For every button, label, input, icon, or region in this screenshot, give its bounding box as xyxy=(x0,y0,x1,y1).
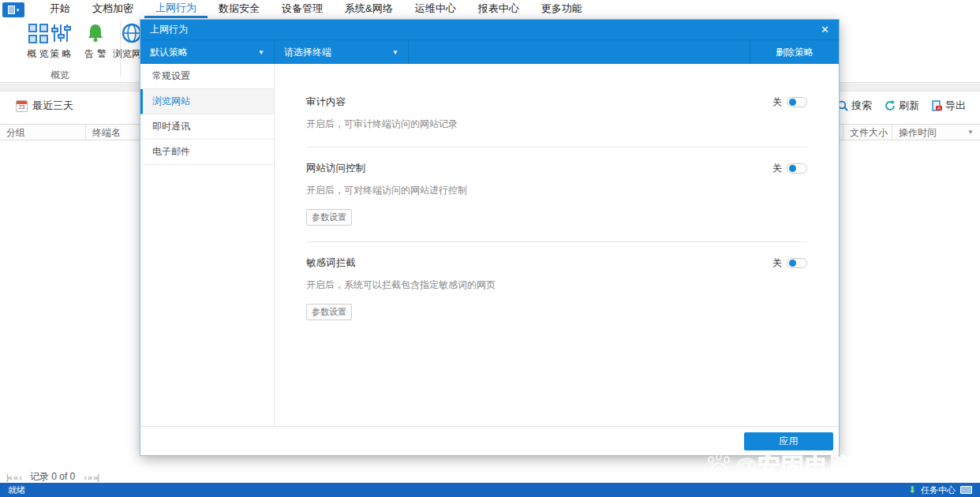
terminal-dropdown[interactable]: 请选择终端 ▼ xyxy=(275,40,409,64)
menu-tab-上网行为[interactable]: 上网行为 xyxy=(144,0,208,18)
refresh-icon xyxy=(885,100,896,111)
dialog-footer: 应用 xyxy=(140,426,839,455)
dialog-body: 常规设置浏览网站即时通讯电子邮件 审计内容 关 开启后，可审计终端访问的网站记录… xyxy=(140,64,839,426)
date-range-label: 最近三天 xyxy=(32,99,73,113)
dialog-content: 审计内容 关 开启后，可审计终端访问的网站记录 网站访问控制 关 开启后，可对终… xyxy=(275,64,839,426)
search-icon xyxy=(837,100,848,111)
download-icon: ⬇ xyxy=(908,484,916,495)
chevron-down-icon: ▼ xyxy=(392,49,398,56)
toggle-state-label: 关 xyxy=(772,162,782,175)
action-label: 导出 xyxy=(945,99,966,113)
internet-behavior-dialog: 上网行为 ✕ 默认策略 ▼ 请选择终端 ▼ 删除策略 常规设置浏览网站即时通讯电… xyxy=(140,20,839,455)
pager-back-buttons: |« « ‹ xyxy=(6,473,21,482)
window-icon xyxy=(8,6,15,14)
dialog-sidebar-item-浏览网站[interactable]: 浏览网站 xyxy=(140,89,274,114)
menu-tab-开始[interactable]: 开始 xyxy=(39,0,81,18)
ribbon-item-label: 策 略 xyxy=(41,47,80,61)
刷新-button[interactable]: 刷新 xyxy=(885,99,919,113)
ribbon-group-divider xyxy=(120,21,121,77)
chevron-down-icon: ▾ xyxy=(17,7,20,13)
setting-title: 网站访问控制 xyxy=(306,162,365,175)
header-spacer xyxy=(409,40,750,64)
browse-globe-icon xyxy=(122,23,142,43)
toggle-knob xyxy=(789,99,796,106)
setting-title: 敏感词拦截 xyxy=(306,256,356,270)
dialog-title-bar: 上网行为 ✕ xyxy=(140,20,839,39)
alert-bell-icon xyxy=(86,23,105,43)
close-icon[interactable]: ✕ xyxy=(821,24,829,36)
toggle-state-label: 关 xyxy=(772,256,782,270)
toggle-switch[interactable] xyxy=(787,163,807,174)
application-window: ▾ 开始文档加密上网行为数据安全设备管理系统&网络运维中心报表中心更多功能 概 … xyxy=(0,0,980,497)
menu-tab-数据安全[interactable]: 数据安全 xyxy=(208,0,271,18)
setting-title: 审计内容 xyxy=(306,95,346,109)
ribbon-group-label: 概览 xyxy=(0,69,120,82)
table-column-header[interactable]: 分组 xyxy=(0,125,85,140)
policy-dropdown[interactable]: 默认策略 ▼ xyxy=(140,40,275,64)
chevron-down-icon: ▼ xyxy=(258,49,264,56)
column-filter-caret-icon[interactable]: ▼ xyxy=(967,125,974,140)
menu-tab-系统&网络[interactable]: 系统&网络 xyxy=(334,0,404,18)
policy-sliders-icon xyxy=(50,23,71,43)
ribbon-item-label: 告 警 xyxy=(76,47,115,61)
setting-description: 开启后，可对终端访问的网站进行控制 xyxy=(306,184,807,197)
menu-tabs: 开始文档加密上网行为数据安全设备管理系统&网络运维中心报表中心更多功能 xyxy=(39,0,593,18)
toggle-state-label: 关 xyxy=(772,95,782,109)
toggle-switch[interactable] xyxy=(787,258,807,268)
monitor-icon[interactable] xyxy=(960,486,972,494)
toggle-knob xyxy=(789,165,796,172)
action-label: 搜索 xyxy=(851,99,872,113)
date-range-filter[interactable]: 最近三天 xyxy=(16,99,73,113)
menu-tab-设备管理[interactable]: 设备管理 xyxy=(271,0,334,18)
menu-tab-运维中心[interactable]: 运维中心 xyxy=(404,0,467,18)
menu-tab-文档加密[interactable]: 文档加密 xyxy=(81,0,144,18)
toggle-knob xyxy=(789,260,796,267)
pager-forward-buttons: › » »| xyxy=(84,473,99,482)
setting-section: 审计内容 关 开启后，可审计终端访问的网站记录 xyxy=(306,64,807,148)
dialog-sidebar-item-常规设置[interactable]: 常规设置 xyxy=(140,64,274,89)
parameter-settings-button[interactable]: 参数设置 xyxy=(306,304,352,320)
dialog-sidebar-item-即时通讯[interactable]: 即时通讯 xyxy=(140,114,274,140)
dialog-sidebar: 常规设置浏览网站即时通讯电子邮件 xyxy=(140,64,275,426)
app-menu-button[interactable]: ▾ xyxy=(2,2,24,17)
menu-tab-更多功能[interactable]: 更多功能 xyxy=(530,0,593,18)
terminal-dropdown-value: 请选择终端 xyxy=(284,46,331,59)
toggle-switch[interactable] xyxy=(787,97,807,107)
task-center-button[interactable]: 任务中心 xyxy=(921,484,956,496)
dialog-title: 上网行为 xyxy=(150,23,188,36)
dialog-sidebar-item-电子邮件[interactable]: 电子邮件 xyxy=(140,140,274,165)
delete-policy-button[interactable]: 删除策略 xyxy=(750,40,839,64)
apply-button[interactable]: 应用 xyxy=(744,432,833,450)
pagination-bar: |« « ‹ 记录 0 of 0 › » »| xyxy=(0,471,980,483)
setting-description: 开启后，系统可以拦截包含指定敏感词的网页 xyxy=(306,278,807,292)
menu-bar: ▾ 开始文档加密上网行为数据安全设备管理系统&网络运维中心报表中心更多功能 xyxy=(0,0,980,18)
export-icon: A xyxy=(932,100,942,111)
setting-section: 敏感词拦截 关 开启后，系统可以拦截包含指定敏感词的网页 参数设置 xyxy=(306,242,807,336)
parameter-settings-button[interactable]: 参数设置 xyxy=(306,209,352,226)
table-column-header[interactable]: 文件大小 xyxy=(843,125,892,140)
ribbon-item[interactable]: 策 略 xyxy=(41,22,80,61)
policy-dropdown-value: 默认策略 xyxy=(150,46,188,59)
搜索-button[interactable]: 搜索 xyxy=(837,99,872,113)
dialog-policy-header: 默认策略 ▼ 请选择终端 ▼ 删除策略 xyxy=(140,39,839,64)
status-bar: 就绪 ⬇ 任务中心 xyxy=(0,483,980,497)
record-count-label: 记录 0 of 0 xyxy=(30,470,75,484)
status-ready-label: 就绪 xyxy=(8,484,25,496)
menu-tab-报表中心[interactable]: 报表中心 xyxy=(467,0,530,18)
setting-section: 网站访问控制 关 开启后，可对终端访问的网站进行控制 参数设置 xyxy=(306,148,807,242)
ribbon-item[interactable]: 告 警 xyxy=(76,22,115,61)
setting-description: 开启后，可审计终端访问的网站记录 xyxy=(306,118,807,131)
action-label: 刷新 xyxy=(899,99,919,113)
导出-button[interactable]: A导出 xyxy=(932,99,966,113)
calendar-icon xyxy=(16,100,28,112)
